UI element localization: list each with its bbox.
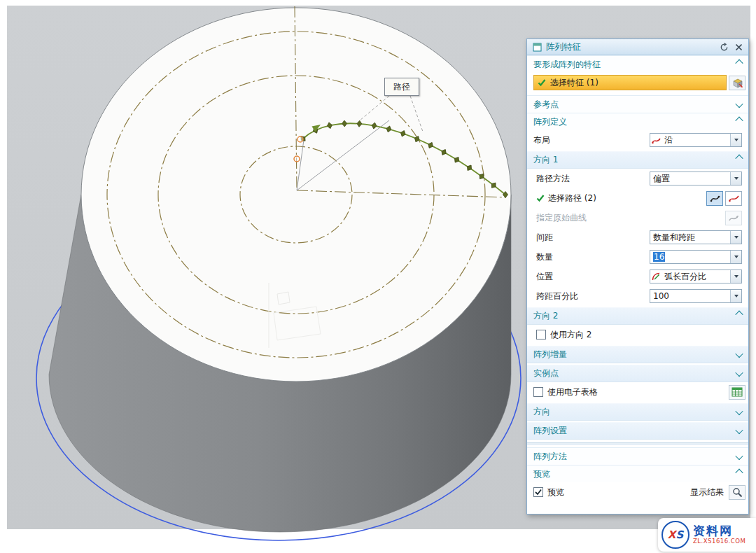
- select-path-label[interactable]: 选择路径 (2): [548, 192, 704, 204]
- orientation-label: 方向: [533, 406, 550, 418]
- use-direction2-checkbox[interactable]: [536, 330, 546, 340]
- path-method-value: 偏置: [650, 173, 730, 185]
- path-origin-handle[interactable]: [298, 136, 303, 142]
- pattern-feature-dialog: 阵列特征 要形成阵列的特征 选择特征 (1): [526, 38, 749, 514]
- curve-select-icon[interactable]: [706, 191, 723, 206]
- use-spreadsheet-label: 使用电子表格: [547, 386, 727, 398]
- section-feature-to-pattern[interactable]: 要形成阵列的特征: [527, 55, 748, 73]
- path-tooltip-label: 路径: [393, 81, 410, 93]
- count-value[interactable]: 16: [653, 252, 665, 262]
- span-percent-value: 100: [650, 291, 730, 301]
- span-percent-label: 跨距百分比: [536, 290, 650, 302]
- dropdown-arrow-icon[interactable]: [730, 251, 741, 263]
- chevron-down-icon: [735, 99, 743, 107]
- dropdown-arrow-icon[interactable]: [730, 290, 741, 302]
- show-result-label: 显示结果: [690, 486, 724, 498]
- path-tooltip: 路径: [384, 78, 419, 96]
- path-method-dropdown[interactable]: 偏置: [650, 172, 742, 186]
- spreadsheet-icon[interactable]: [729, 385, 746, 400]
- section-divider: [527, 442, 748, 446]
- preview-checkbox[interactable]: [533, 487, 543, 497]
- check-icon: [535, 489, 542, 496]
- pattern-definition-label: 阵列定义: [533, 116, 567, 128]
- use-spreadsheet-checkbox[interactable]: [533, 387, 543, 397]
- application-window: 路径 阵列特征 要形成阵列的特征 选择特征 (1): [0, 0, 756, 553]
- specify-original-curve-label: 指定原始曲线: [536, 212, 723, 224]
- chevron-up-icon: [735, 310, 743, 318]
- group-instance-points[interactable]: 实例点: [527, 365, 748, 382]
- direction2-label: 方向 2: [533, 310, 558, 322]
- span-percent-input[interactable]: 100: [650, 289, 742, 303]
- dropdown-arrow-icon[interactable]: [730, 172, 741, 185]
- chevron-up-icon: [735, 59, 743, 66]
- magnifier-icon[interactable]: [729, 485, 746, 500]
- dropdown-arrow-icon[interactable]: [730, 270, 741, 283]
- use-direction2-label: 使用方向 2: [550, 329, 742, 341]
- dialog-icon: [531, 41, 542, 52]
- watermark-logo-text: S: [676, 528, 683, 541]
- curve-rule-icon[interactable]: [725, 191, 742, 206]
- spacing-value: 数量和跨距: [650, 232, 730, 244]
- count-input[interactable]: 16: [650, 250, 742, 264]
- position-dropdown[interactable]: 弧长百分比: [650, 270, 742, 284]
- instance-points-label: 实例点: [533, 368, 559, 379]
- watermark-site-name: 资料网: [693, 524, 746, 538]
- group-direction-1[interactable]: 方向 1: [527, 151, 748, 169]
- pattern-method-label: 阵列方法: [533, 451, 567, 463]
- layout-value: 沿: [662, 134, 730, 146]
- spacing-dropdown[interactable]: 数量和跨距: [650, 230, 742, 244]
- pattern-settings-label: 阵列设置: [533, 425, 567, 437]
- original-curve-icon: [725, 211, 742, 225]
- position-label: 位置: [536, 271, 650, 283]
- select-feature-field[interactable]: 选择特征 (1): [533, 75, 727, 90]
- spacing-label: 间距: [536, 232, 650, 244]
- arc-percent-icon: [650, 272, 662, 281]
- section-preview[interactable]: 预览: [527, 465, 748, 482]
- path-point-handle[interactable]: [294, 156, 300, 162]
- chevron-down-icon: [735, 407, 743, 414]
- path-method-label: 路径方法: [536, 173, 650, 185]
- cylinder-top-face[interactable]: [81, 8, 511, 382]
- reset-icon[interactable]: [718, 41, 729, 52]
- preview-checkbox-label: 预览: [547, 486, 690, 498]
- group-pattern-settings[interactable]: 阵列设置: [527, 422, 748, 440]
- dropdown-arrow-icon[interactable]: [730, 231, 741, 244]
- check-icon: [536, 194, 545, 202]
- section-reference-point[interactable]: 参考点: [527, 95, 748, 113]
- group-pattern-increment[interactable]: 阵列增量: [527, 346, 748, 363]
- watermark-logo: XS: [662, 521, 690, 549]
- section-pattern-definition[interactable]: 阵列定义: [527, 113, 748, 130]
- count-label: 数量: [536, 251, 650, 263]
- chevron-up-icon: [735, 154, 743, 162]
- dropdown-arrow-icon[interactable]: [730, 134, 741, 146]
- direction1-label: 方向 1: [533, 154, 558, 166]
- chevron-down-icon: [735, 349, 743, 357]
- section-feature-label: 要形成阵列的特征: [533, 59, 601, 71]
- select-feature-label: 选择特征 (1): [550, 77, 598, 89]
- group-orientation[interactable]: 方向: [527, 403, 748, 421]
- dialog-title: 阵列特征: [546, 41, 715, 53]
- reference-point-label: 参考点: [533, 99, 559, 111]
- layout-dropdown[interactable]: 沿: [650, 133, 742, 147]
- watermark: XS 资料网 ZL.XS1616.COM: [658, 518, 756, 552]
- chevron-down-icon: [735, 368, 743, 376]
- feature-icon[interactable]: [729, 76, 746, 90]
- dialog-titlebar[interactable]: 阵列特征: [527, 39, 748, 55]
- chevron-up-icon: [735, 116, 743, 124]
- layout-label: 布局: [533, 134, 650, 146]
- pattern-increment-label: 阵列增量: [533, 349, 567, 360]
- preview-section-label: 预览: [533, 468, 550, 480]
- check-icon: [538, 78, 546, 87]
- section-pattern-method[interactable]: 阵列方法: [527, 447, 748, 465]
- watermark-site-url: ZL.XS1616.COM: [693, 538, 746, 545]
- position-value: 弧长百分比: [662, 271, 730, 283]
- chevron-up-icon: [735, 468, 743, 476]
- group-direction-2[interactable]: 方向 2: [527, 307, 748, 325]
- chevron-down-icon: [735, 451, 743, 459]
- chevron-down-icon: [735, 426, 743, 433]
- close-icon[interactable]: [733, 41, 744, 52]
- along-curve-icon: [650, 136, 662, 145]
